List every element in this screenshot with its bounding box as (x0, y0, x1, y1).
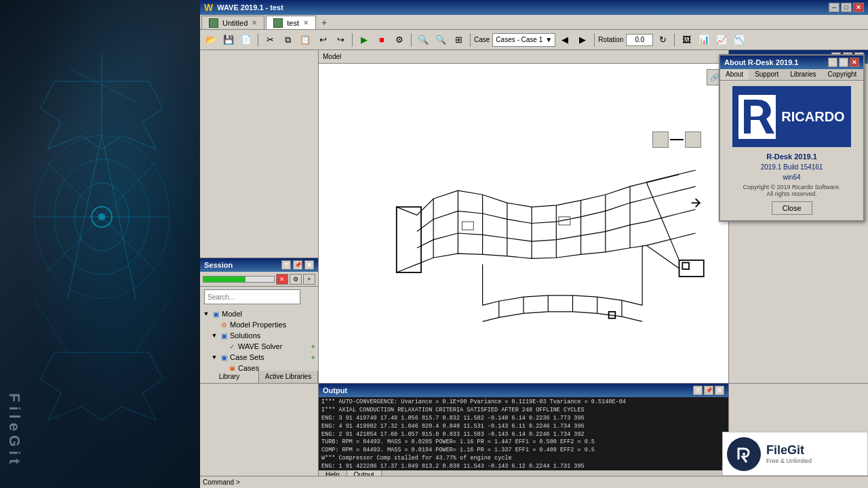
output-line-5: TURB: RPM = 84493. MASS = 0.0205 POWER= … (321, 439, 726, 447)
output-help-icon[interactable]: ? (693, 386, 703, 395)
model-canvas[interactable]: 🔗 (319, 64, 728, 383)
wave-solver-icon: ✓ (227, 342, 237, 351)
svg-rect-45 (682, 262, 689, 269)
tool-view4[interactable]: 📉 (731, 32, 747, 48)
about-build: 2019.1 Build 154161 (761, 163, 823, 171)
session-pin-icon[interactable]: 📌 (293, 260, 302, 270)
command-label: Command > (203, 479, 240, 486)
sep1 (258, 33, 258, 47)
command-input[interactable] (240, 478, 865, 487)
tab-library-label: Library (219, 373, 240, 380)
output-header-icons[interactable]: ? 📌 ✕ (693, 386, 724, 395)
case-sets-add[interactable]: + (311, 353, 315, 361)
tool-zoom-in[interactable]: 🔍 (415, 32, 431, 48)
svg-point-48 (743, 453, 745, 455)
tree-model-props[interactable]: ⚙ Model Properties (200, 319, 318, 330)
tool-copy[interactable]: ⧉ (279, 32, 296, 48)
about-minimize[interactable]: ─ (828, 58, 837, 67)
tab-untitled[interactable]: Untitled ✕ (201, 16, 264, 29)
tree-model[interactable]: ▼ ▣ Model (200, 308, 318, 319)
filegit-logo (727, 437, 761, 471)
maximize-button[interactable]: □ (841, 3, 852, 12)
about-tab-libraries[interactable]: Libraries (785, 69, 822, 80)
tool-paste[interactable]: 📋 (297, 32, 313, 48)
title-bar-controls[interactable]: ─ □ ✕ (829, 3, 864, 12)
about-version: R-Desk 2019.1 (766, 152, 817, 161)
tab-add-button[interactable]: + (317, 16, 331, 29)
tool-zoom-out[interactable]: 🔍 (433, 32, 449, 48)
tool-settings[interactable]: ⚙ (391, 32, 408, 48)
about-tab-copyright[interactable]: Copyright (823, 69, 863, 80)
about-close-button[interactable]: Close (772, 201, 812, 215)
session-header: Session ? 📌 ✕ (200, 258, 318, 272)
about-close[interactable]: ✕ (850, 58, 859, 67)
tool-save[interactable]: 💾 (220, 32, 237, 48)
tree-solutions[interactable]: ▼ ▣ Solutions (200, 330, 318, 341)
about-tab-support[interactable]: Support (749, 69, 785, 80)
model-props-icon: ⚙ (219, 320, 229, 329)
rotation-label: Rotation (598, 36, 623, 43)
session-btn3[interactable]: + (303, 274, 315, 285)
tree-case-sets[interactable]: ▼ ▣ Case Sets + (200, 352, 318, 363)
close-button[interactable]: ✕ (853, 3, 864, 12)
tree-solutions-label: Solutions (230, 331, 260, 340)
tree-wave-solver-label: WAVE Solver (238, 342, 282, 350)
session-panel: Session ? 📌 ✕ ✕ ⚙ + ▼ ▣ Model ⚙ Model Pr… (200, 258, 319, 371)
session-close-icon[interactable]: ✕ (304, 260, 314, 270)
tab-test[interactable]: test ✕ (266, 16, 316, 29)
sep5 (594, 33, 595, 47)
about-maximize[interactable]: □ (839, 58, 848, 67)
about-tab-about[interactable]: About (720, 69, 749, 80)
tab-active-libraries[interactable]: Active Libraries (259, 369, 318, 383)
ricardo-logo-box: RICARDO (732, 86, 851, 147)
tool-undo[interactable]: ↩ (315, 32, 331, 48)
left-decorative-panel: FileGit (0, 0, 200, 488)
ricardo-text: RICARDO (781, 109, 844, 125)
cases-icon: ▣ (227, 363, 237, 371)
tab-untitled-close[interactable]: ✕ (252, 19, 257, 26)
about-title: About R-Desk 2019.1 (724, 58, 798, 66)
engine-art-svg (14, 14, 190, 474)
svg-line-12 (34, 298, 68, 352)
rotation-input[interactable] (626, 34, 653, 46)
tool-run[interactable]: ▶ (356, 32, 372, 48)
tool-view2[interactable]: 📊 (696, 32, 712, 48)
about-controls[interactable]: ─ □ ✕ (828, 58, 859, 67)
session-stop-btn[interactable]: ✕ (276, 274, 288, 285)
tool-view3[interactable]: 📈 (713, 32, 730, 48)
tree-cases[interactable]: ▣ Cases (200, 363, 318, 371)
output-pin-icon[interactable]: 📌 (704, 386, 713, 395)
minimize-button[interactable]: ─ (829, 3, 840, 12)
tool-fit[interactable]: ⊞ (450, 32, 467, 48)
svg-rect-25 (397, 207, 421, 272)
output-line-8: ENG: 1 91 422206 17.37 1.049 813.2 0.838… (321, 463, 726, 470)
tool-redo[interactable]: ↪ (332, 32, 349, 48)
session-help-icon[interactable]: ? (281, 260, 291, 270)
tool-rotate[interactable]: ↻ (654, 32, 671, 48)
output-content[interactable]: I*** AUTO-CONVERGENCE: Uvariance = 0.1E+… (319, 397, 728, 470)
tree-model-label: Model (222, 310, 242, 318)
about-copyright-text: Copyright © 2019 Ricardo Software. (743, 184, 840, 190)
output-line-1: I*** AXIAL CONDUCTION RELAXATION CRITERI… (321, 407, 726, 415)
session-progress-bar (203, 276, 275, 283)
tab-library[interactable]: Library (200, 369, 259, 383)
session-progress-fill (203, 277, 245, 282)
tool-view1[interactable]: 🖼 (678, 32, 694, 48)
output-close-icon[interactable]: ✕ (715, 386, 724, 395)
tool-cases-next[interactable]: ▶ (574, 32, 591, 48)
session-header-icons[interactable]: ? 📌 ✕ (281, 260, 314, 270)
tool-stop[interactable]: ■ (374, 32, 390, 48)
tab-test-close[interactable]: ✕ (303, 19, 309, 26)
cases-dropdown[interactable]: Cases - Case 1 ▼ (492, 33, 555, 47)
tool-open[interactable]: 📂 (203, 32, 219, 48)
about-titlebar: About R-Desk 2019.1 ─ □ ✕ (720, 56, 863, 69)
session-search-input[interactable] (204, 289, 300, 304)
output-line-2: ENG: 3 91 419749 17.49 1.056 815.7 0.832… (321, 415, 726, 423)
session-btn2[interactable]: ⚙ (290, 274, 302, 285)
tool-cases-prev[interactable]: ◀ (557, 32, 573, 48)
tool-cut[interactable]: ✂ (262, 32, 278, 48)
tree-wave-solver[interactable]: ✓ WAVE Solver + (200, 341, 318, 352)
session-toolbar: ✕ ⚙ + (200, 272, 318, 287)
tool-new[interactable]: 📄 (238, 32, 254, 48)
library-panel-tabs: Library Active Libraries (200, 369, 318, 383)
